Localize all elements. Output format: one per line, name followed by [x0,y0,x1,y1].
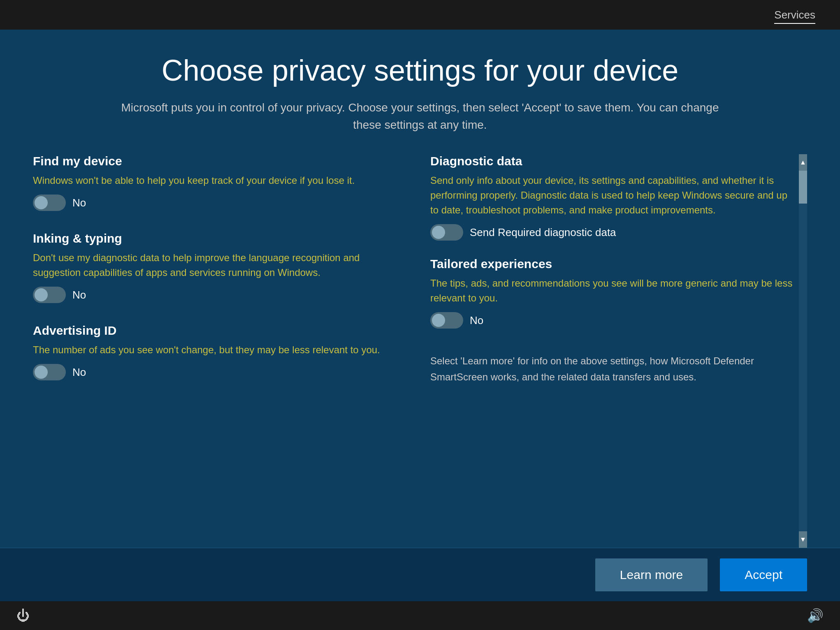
services-label: Services [774,9,815,21]
diagnostic-data-title: Diagnostic data [430,154,795,168]
tailored-experiences-item: Tailored experiences The tips, ads, and … [430,257,795,329]
tailored-experiences-toggle-label: No [470,314,483,327]
settings-scroll-area: Find my device Windows won't be able to … [33,154,795,548]
advertising-id-item: Advertising ID The number of ads you see… [33,324,397,380]
inking-typing-item: Inking & typing Don't use my diagnostic … [33,232,397,303]
main-content: Choose privacy settings for your device … [0,30,840,548]
find-my-device-knob [35,196,48,209]
find-my-device-toggle-row: No [33,195,397,211]
tailored-experiences-toggle-row: No [430,312,795,329]
find-my-device-description: Windows won't be able to help you keep t… [33,173,397,188]
inking-typing-toggle-row: No [33,287,397,303]
tailored-experiences-toggle[interactable] [430,312,463,329]
page-title: Choose privacy settings for your device [111,54,729,87]
advertising-id-knob [35,366,48,379]
diagnostic-data-toggle-label: Send Required diagnostic data [470,226,616,239]
right-column: Diagnostic data Send only info about you… [430,154,795,540]
tailored-experiences-title: Tailored experiences [430,257,795,271]
tailored-experiences-knob [432,314,445,327]
tailored-experiences-description: The tips, ads, and recommendations you s… [430,276,795,306]
advertising-id-title: Advertising ID [33,324,397,338]
diagnostic-data-toggle-row: Send Required diagnostic data [430,224,795,241]
taskbar: ⏻ 🔊 [0,601,840,630]
volume-icon[interactable]: 🔊 [807,608,824,623]
inking-typing-toggle-label: No [72,289,86,301]
left-column: Find my device Windows won't be able to … [33,154,397,540]
inking-typing-toggle[interactable] [33,287,66,303]
diagnostic-data-item: Diagnostic data Send only info about you… [430,154,795,241]
scrollbar[interactable]: ▲ ▼ [799,154,807,548]
find-my-device-title: Find my device [33,154,397,168]
header-section: Choose privacy settings for your device … [111,54,729,134]
settings-container: Find my device Windows won't be able to … [33,154,807,548]
advertising-id-description: The number of ads you see won't change, … [33,343,397,357]
info-text: Select 'Learn more' for info on the abov… [430,353,795,385]
advertising-id-toggle[interactable] [33,364,66,380]
advertising-id-toggle-label: No [72,366,86,379]
find-my-device-toggle-label: No [72,197,86,209]
power-icon[interactable]: ⏻ [16,608,30,623]
learn-more-button[interactable]: Learn more [595,558,708,591]
inking-typing-title: Inking & typing [33,232,397,246]
scroll-thumb[interactable] [799,171,807,204]
advertising-id-toggle-row: No [33,364,397,380]
scroll-track[interactable] [799,171,807,531]
bottom-bar: Learn more Accept [0,548,840,601]
diagnostic-data-knob [432,226,445,239]
scroll-up-arrow[interactable]: ▲ [799,154,807,171]
diagnostic-data-toggle[interactable] [430,224,463,241]
inking-typing-knob [35,288,48,301]
top-bar: Services [0,0,840,30]
page-subtitle: Microsoft puts you in control of your pr… [111,99,729,134]
accept-button[interactable]: Accept [720,558,807,591]
scroll-down-arrow[interactable]: ▼ [799,531,807,548]
find-my-device-toggle[interactable] [33,195,66,211]
find-my-device-item: Find my device Windows won't be able to … [33,154,397,211]
diagnostic-data-description: Send only info about your device, its se… [430,173,795,218]
inking-typing-description: Don't use my diagnostic data to help imp… [33,250,397,280]
